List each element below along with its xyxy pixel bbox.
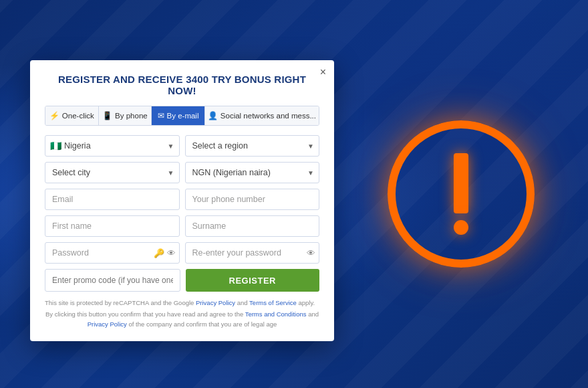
promo-input[interactable]: [45, 269, 180, 292]
tab-bar: ⚡ One-click 📱 By phone ✉ By e-mail 👤 Soc…: [45, 106, 319, 126]
tab-by-phone[interactable]: 📱 By phone: [99, 106, 152, 125]
key-icon: 🔑: [154, 248, 164, 258]
currency-select[interactable]: NGN (Nigerian naira): [185, 162, 320, 183]
register-button[interactable]: REGISTER: [186, 269, 320, 292]
repassword-input[interactable]: [185, 242, 320, 264]
warning-circle: [388, 120, 535, 268]
exclamation-bar: [454, 153, 468, 213]
firstname-input[interactable]: [45, 215, 180, 237]
password-icons: 🔑 👁: [154, 248, 176, 258]
social-icon: 👤: [208, 111, 218, 120]
privacy-policy-link[interactable]: Privacy Policy: [196, 299, 235, 306]
tab-social-label: Social networks and mess...: [220, 112, 316, 120]
phone-input[interactable]: [185, 189, 320, 210]
footer-recaptcha-text: This site is protected by reCAPTCHA and …: [45, 299, 196, 306]
lightning-icon: ⚡: [49, 111, 59, 120]
terms-conditions-link[interactable]: Terms and Conditions: [245, 310, 307, 318]
promo-register-row: REGISTER: [45, 269, 319, 292]
tab-by-email-label: By e-mail: [167, 112, 199, 120]
eye-icon[interactable]: 👁: [167, 248, 176, 258]
surname-input[interactable]: [185, 215, 320, 237]
terms-service-link[interactable]: Terms of Service: [249, 299, 297, 306]
country-region-row: 🇳🇬 Nigeria ▼ Select a region ▼: [45, 135, 319, 157]
tab-social[interactable]: 👤 Social networks and mess...: [205, 106, 319, 125]
footer-recaptcha: This site is protected by reCAPTCHA and …: [45, 298, 319, 308]
modal-title: REGISTER AND RECEIVE 3400 TRY BONUS RIGH…: [45, 74, 319, 96]
footer-and2: and: [307, 310, 319, 318]
name-row: [45, 215, 319, 237]
repassword-eye-icon[interactable]: 👁: [307, 248, 315, 258]
email-icon: ✉: [158, 111, 164, 120]
surname-field: [185, 215, 320, 237]
city-select[interactable]: Select city: [45, 162, 180, 183]
city-currency-row: Select city ▼ NGN (Nigerian naira) ▼: [45, 162, 319, 183]
modal-wrapper: × REGISTER AND RECEIVE 3400 TRY BONUS RI…: [30, 60, 334, 341]
footer-agreement-text: By clicking this button you confirm that…: [45, 310, 245, 318]
city-field: Select city ▼: [45, 162, 180, 183]
country-field: 🇳🇬 Nigeria ▼: [45, 135, 180, 157]
phone-icon: 📱: [102, 111, 112, 120]
email-field: [45, 189, 180, 210]
phone-field: [185, 189, 320, 210]
close-button[interactable]: ×: [320, 67, 326, 78]
register-modal: × REGISTER AND RECEIVE 3400 TRY BONUS RI…: [30, 60, 334, 341]
tab-by-phone-label: By phone: [115, 112, 148, 120]
email-phone-row: [45, 189, 319, 210]
repassword-icons: 👁: [307, 248, 315, 258]
exclamation-dot: [454, 220, 468, 235]
footer-and: and: [235, 299, 249, 306]
tab-one-click-label: One-click: [62, 112, 94, 120]
footer-apply: apply.: [297, 299, 315, 306]
password-field: 🔑 👁: [45, 242, 180, 264]
warning-icon: [388, 120, 535, 268]
footer-agreement: By clicking this button you confirm that…: [45, 310, 319, 329]
currency-field: NGN (Nigerian naira) ▼: [185, 162, 320, 183]
tab-by-email[interactable]: ✉ By e-mail: [152, 106, 205, 125]
email-input[interactable]: [45, 189, 180, 210]
tab-one-click[interactable]: ⚡ One-click: [45, 106, 99, 125]
region-field: Select a region ▼: [185, 135, 320, 157]
footer-post: of the company and confirm that you are …: [127, 320, 277, 328]
repassword-field: 👁: [185, 242, 320, 264]
country-select[interactable]: Nigeria: [45, 135, 180, 157]
region-select[interactable]: Select a region: [185, 135, 320, 157]
password-row: 🔑 👁 👁: [45, 242, 319, 264]
privacy-policy-link2[interactable]: Privacy Policy: [88, 320, 127, 328]
firstname-field: [45, 215, 180, 237]
